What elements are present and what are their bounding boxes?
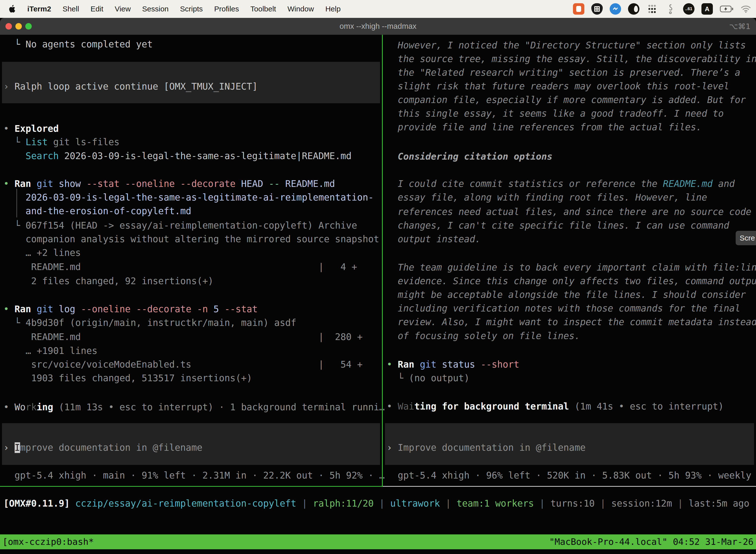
terminal-line: └ (no output) (383, 371, 756, 385)
menubar-item-session[interactable]: Session (142, 5, 169, 13)
terminal-line: … +2 lines (0, 246, 756, 260)
shield-app-icon[interactable] (591, 3, 603, 15)
menubar-item-shell[interactable]: Shell (63, 5, 79, 13)
apple-logo-icon (7, 4, 16, 14)
battery-icon[interactable] (720, 5, 734, 13)
window-title: omx --xhigh --madmax (0, 22, 756, 31)
menubar-item-toolbelt[interactable]: Toolbelt (251, 5, 276, 13)
window-shortcut-badge: ⌥⌘1 (729, 22, 751, 31)
menubar-item-view[interactable]: View (115, 5, 131, 13)
terminal-line: of focusing solely on file lines. (383, 329, 756, 343)
terminal-line: the "Related research writing" section i… (383, 66, 756, 80)
battery-count-icon[interactable]: ..61 (683, 3, 694, 15)
terminal-line: I could cite commit statistics or refere… (383, 177, 756, 191)
menubar-status-icons: ..61 A (573, 3, 756, 15)
menubar-item-app[interactable]: iTerm2 (27, 5, 51, 13)
terminal-line: Considering citation options (383, 150, 756, 164)
moon-app-icon[interactable] (628, 3, 639, 15)
menubar-item-window[interactable]: Window (288, 5, 314, 13)
window-titlebar: omx --xhigh --madmax ⌥⌘1 (0, 18, 756, 35)
macos-menubar: iTerm2 Shell Edit View Session Scripts P… (0, 0, 756, 18)
tmux-host-clock: "MacBook-Pro-44.local" 04:52 31-Mar-26 (549, 535, 754, 549)
terminal-line: this single essay, it seems like a good … (383, 107, 756, 121)
apple-menu-icon[interactable] (7, 4, 16, 14)
hook-utility-icon[interactable] (665, 3, 676, 15)
terminal-line: essay file, along with finding root file… (383, 190, 756, 205)
menubar-menus: iTerm2 Shell Edit View Session Scripts P… (0, 4, 340, 14)
terminal-line: slight risk that future readers may over… (383, 79, 756, 93)
terminal-line: including verification notes with those … (383, 301, 756, 316)
menubar-item-profiles[interactable]: Profiles (214, 5, 239, 13)
wifi-icon[interactable] (741, 5, 751, 13)
terminal-content: └ No agents completed yet› Ralph loop ac… (0, 35, 756, 554)
tooltip-label: Scre (740, 234, 755, 242)
iterm2-window: iTerm2 Shell Edit View Session Scripts P… (0, 0, 756, 554)
terminal-line: [OMX#0.11.9] cczip/essay/ai-reimplementa… (0, 497, 756, 510)
terminal-line: gpt-5.4 xhigh · 96% left · 520K in · 5.8… (383, 468, 756, 483)
dots-grid-icon[interactable] (646, 3, 658, 15)
terminal-line: • Waiting for background terminal (1m 41… (383, 400, 756, 413)
right-pane-bottom-border (383, 486, 756, 487)
terminal-line: › Improve documentation in @filename (383, 441, 756, 455)
terminal-line: evidence. Since this change only affects… (383, 274, 756, 288)
menubar-item-edit[interactable]: Edit (90, 5, 104, 13)
terminal-line: provide file and line references from th… (383, 120, 756, 134)
terminal-line: changes, I can't cite specific file line… (383, 219, 756, 233)
left-pane-bottom-border (0, 486, 383, 487)
screen-edge-tooltip: Scre (736, 231, 756, 245)
terminal-line: output instead. (383, 232, 756, 246)
terminal-line: references need actual files, and since … (383, 205, 756, 219)
tmux-status-bar: [omx-cczip0:bash* "MacBook-Pro-44.local"… (0, 535, 756, 549)
chat-app-icon[interactable] (573, 3, 584, 15)
terminal-line: • Ran git status --short (383, 358, 756, 372)
terminal-line: might be acceptable alongside the file l… (383, 288, 756, 302)
pane-divider[interactable] (382, 35, 383, 487)
menubar-item-scripts[interactable]: Scripts (180, 5, 203, 13)
terminal-line: review. Also, I might want to inspect th… (383, 315, 756, 329)
terminal-line: However, I noticed the "Directory Struct… (383, 39, 756, 52)
terminal-line: companion file, especially if more comme… (383, 93, 756, 107)
terminal-line: The team guideline is to back every impo… (383, 261, 756, 275)
tmux-session-label[interactable]: [omx-cczip0:bash* (2, 535, 94, 549)
input-source-icon[interactable]: A (701, 3, 713, 15)
sync-app-icon[interactable] (610, 3, 621, 15)
terminal-line: the source tree, missing the essay. Stil… (383, 52, 756, 66)
terminal-line: └ List git ls-files (0, 135, 756, 149)
terminal-line: … +1901 lines (0, 344, 756, 358)
menubar-item-help[interactable]: Help (325, 5, 341, 13)
